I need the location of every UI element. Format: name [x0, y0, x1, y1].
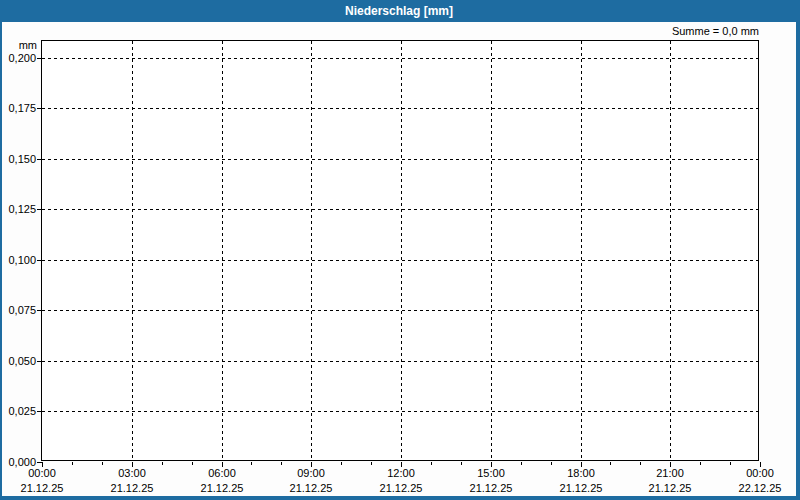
y-axis-tick [37, 361, 42, 362]
x-gridline [401, 41, 402, 460]
x-axis-minor-tick [192, 462, 193, 465]
x-axis-minor-tick [281, 462, 282, 465]
y-gridline [42, 58, 758, 59]
x-axis-minor-tick [551, 462, 552, 465]
x-tick-label: 21:0021.12.25 [635, 467, 705, 495]
y-tick-label: 0,125 [0, 203, 36, 215]
x-tick-date: 22.12.25 [725, 482, 795, 495]
y-tick-label: 0,200 [0, 52, 36, 64]
y-axis-tick [37, 108, 42, 109]
x-axis-minor-tick [610, 462, 611, 465]
x-tick-time: 00:00 [725, 467, 795, 480]
x-tick-date: 21.12.25 [635, 482, 705, 495]
x-tick-label: 06:0021.12.25 [187, 467, 257, 495]
x-axis-minor-tick [162, 462, 163, 465]
y-tick-label: 0,025 [0, 405, 36, 417]
x-tick-date: 21.12.25 [7, 482, 77, 495]
x-tick-date: 21.12.25 [366, 482, 436, 495]
x-tick-label: 15:0021.12.25 [456, 467, 526, 495]
plot-area: mm 0,2000,1750,1500,1250,1000,0750,0500,… [41, 40, 759, 461]
x-gridline [491, 41, 492, 460]
y-axis-tick [37, 310, 42, 311]
x-axis-minor-tick [640, 462, 641, 465]
x-tick-time: 00:00 [7, 467, 77, 480]
x-axis-minor-tick [431, 462, 432, 465]
x-axis-minor-tick [700, 462, 701, 465]
x-tick-date: 21.12.25 [97, 482, 167, 495]
x-gridline [581, 41, 582, 460]
y-gridline [42, 310, 758, 311]
x-gridline [132, 41, 133, 460]
x-axis-minor-tick [371, 462, 372, 465]
x-tick-time: 09:00 [276, 467, 346, 480]
x-tick-label: 18:0021.12.25 [546, 467, 616, 495]
x-gridline [670, 41, 671, 460]
x-tick-label: 03:0021.12.25 [97, 467, 167, 495]
x-tick-date: 21.12.25 [456, 482, 526, 495]
x-gridline [222, 41, 223, 460]
x-tick-time: 06:00 [187, 467, 257, 480]
y-gridline [42, 361, 758, 362]
x-tick-date: 21.12.25 [546, 482, 616, 495]
y-gridline [42, 260, 758, 261]
x-axis-minor-tick [72, 462, 73, 465]
y-axis-tick [37, 260, 42, 261]
chart-window: Niederschlag [mm] Summe = 0,0 mm mm 0,20… [0, 0, 800, 500]
y-tick-label: 0,050 [0, 355, 36, 367]
x-tick-date: 21.12.25 [187, 482, 257, 495]
chart-title: Niederschlag [mm] [345, 4, 453, 18]
y-gridline [42, 159, 758, 160]
x-axis-minor-tick [730, 462, 731, 465]
y-axis-tick [37, 209, 42, 210]
y-axis-tick [37, 411, 42, 412]
x-axis-minor-tick [521, 462, 522, 465]
x-tick-time: 12:00 [366, 467, 436, 480]
x-axis-minor-tick [341, 462, 342, 465]
sum-annotation: Summe = 0,0 mm [41, 25, 759, 38]
x-tick-date: 21.12.25 [276, 482, 346, 495]
y-tick-label: 0,075 [0, 304, 36, 316]
x-tick-label: 00:0022.12.25 [725, 467, 795, 495]
x-tick-label: 12:0021.12.25 [366, 467, 436, 495]
y-gridline [42, 411, 758, 412]
x-gridline [311, 41, 312, 460]
y-gridline [42, 209, 758, 210]
y-gridline [42, 108, 758, 109]
y-axis-tick [37, 58, 42, 59]
x-axis-minor-tick [251, 462, 252, 465]
x-tick-time: 18:00 [546, 467, 616, 480]
y-tick-label: 0,150 [0, 153, 36, 165]
chart-title-bar: Niederschlag [mm] [2, 0, 796, 22]
x-tick-time: 03:00 [97, 467, 167, 480]
x-axis-minor-tick [102, 462, 103, 465]
x-tick-time: 15:00 [456, 467, 526, 480]
x-tick-label: 00:0021.12.25 [7, 467, 77, 495]
x-tick-time: 21:00 [635, 467, 705, 480]
x-axis-minor-tick [461, 462, 462, 465]
y-axis-tick [37, 159, 42, 160]
x-tick-label: 09:0021.12.25 [276, 467, 346, 495]
y-tick-label: 0,175 [0, 102, 36, 114]
y-tick-label: 0,100 [0, 254, 36, 266]
y-axis-unit-label: mm [0, 39, 37, 51]
